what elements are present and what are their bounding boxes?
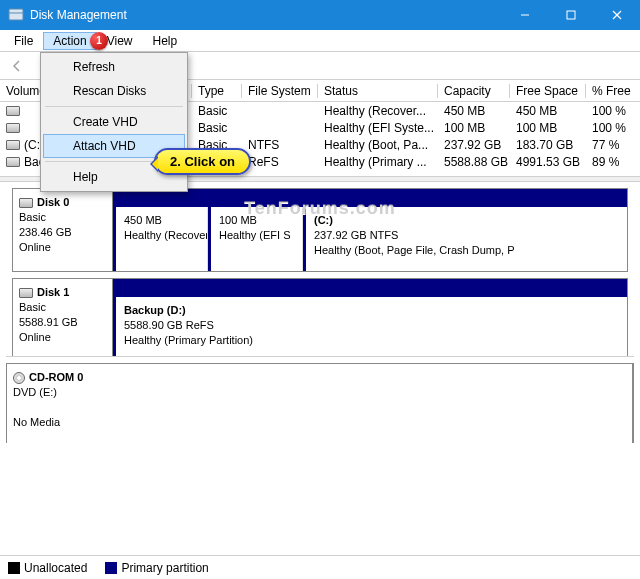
partition[interactable]: Backup (D:)5588.90 GB ReFSHealthy (Prima… <box>113 297 627 357</box>
partition-header-bar <box>113 279 627 297</box>
app-title: Disk Management <box>30 8 127 22</box>
col-pctfree[interactable]: % Free <box>586 84 636 98</box>
swatch-unallocated <box>8 562 20 574</box>
volume-icon <box>6 140 20 150</box>
annotation-step-2: 2. Click on <box>154 148 251 175</box>
disk-0-section[interactable]: Disk 0 Basic 238.46 GB Online 450 MBHeal… <box>12 188 628 272</box>
col-filesystem[interactable]: File System <box>242 84 318 98</box>
back-button[interactable] <box>6 55 28 77</box>
menu-item-rescan[interactable]: Rescan Disks <box>43 79 185 103</box>
legend: Unallocated Primary partition <box>0 555 640 579</box>
volume-icon <box>6 106 20 116</box>
menu-item-create-vhd[interactable]: Create VHD <box>43 110 185 134</box>
col-status[interactable]: Status <box>318 84 438 98</box>
title-bar: Disk Management <box>0 0 640 30</box>
cdrom-section[interactable]: CD-ROM 0 DVD (E:) No Media <box>6 363 634 443</box>
maximize-button[interactable] <box>548 0 594 30</box>
volume-icon <box>6 157 20 167</box>
minimize-button[interactable] <box>502 0 548 30</box>
partition[interactable]: 450 MBHealthy (Recovery <box>113 207 208 271</box>
disk-1-section[interactable]: Disk 1 Basic 5588.91 GB Online Backup (D… <box>12 278 628 357</box>
close-button[interactable] <box>594 0 640 30</box>
disk-1-info: Disk 1 Basic 5588.91 GB Online <box>13 279 113 357</box>
partition[interactable]: 100 MBHealthy (EFI S <box>208 207 303 271</box>
partition[interactable]: (C:)237.92 GB NTFSHealthy (Boot, Page Fi… <box>303 207 627 271</box>
svg-rect-1 <box>9 9 23 13</box>
disk-0-info: Disk 0 Basic 238.46 GB Online <box>13 189 113 271</box>
svg-rect-3 <box>567 11 575 19</box>
col-free[interactable]: Free Space <box>510 84 586 98</box>
menu-file[interactable]: File <box>4 32 43 50</box>
menu-help[interactable]: Help <box>143 32 188 50</box>
cdrom-info: CD-ROM 0 DVD (E:) No Media <box>7 364 633 443</box>
app-icon <box>8 7 24 23</box>
disk-icon <box>19 288 33 298</box>
partition-header-bar <box>113 189 627 207</box>
annotation-step-1: 1 <box>90 32 108 50</box>
menu-item-refresh[interactable]: Refresh <box>43 55 185 79</box>
menu-separator <box>45 106 183 107</box>
col-capacity[interactable]: Capacity <box>438 84 510 98</box>
menu-action[interactable]: Action <box>43 32 96 50</box>
cdrom-icon <box>13 372 25 384</box>
volume-icon <box>6 123 20 133</box>
col-type[interactable]: Type <box>192 84 242 98</box>
swatch-primary <box>105 562 117 574</box>
disk-icon <box>19 198 33 208</box>
